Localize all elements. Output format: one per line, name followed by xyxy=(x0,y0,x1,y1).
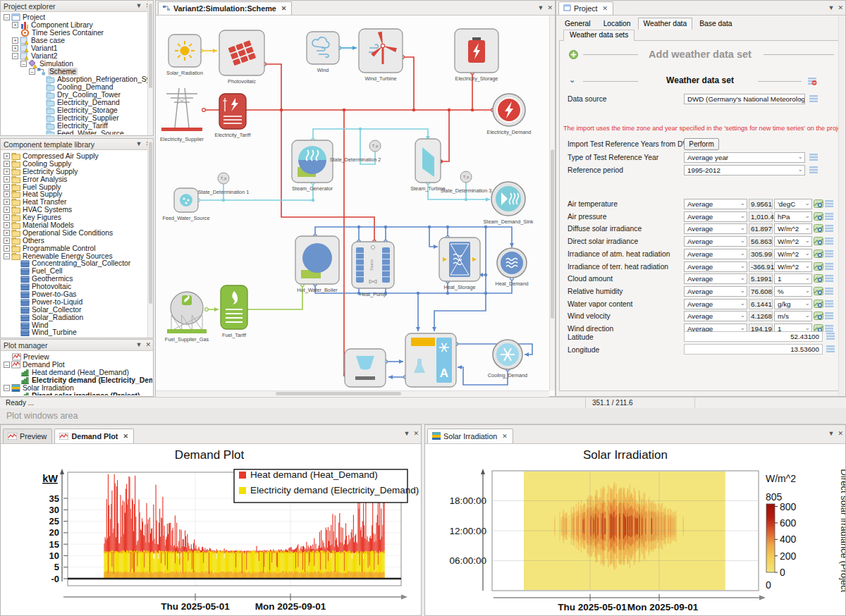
cloud-amount-weather-icon[interactable] xyxy=(814,274,823,283)
scheme-node-solar_radiation[interactable]: Solar_Radiation xyxy=(166,35,203,76)
diffuse-solar-irradiance-weather-icon[interactable] xyxy=(814,224,823,233)
tree-item-error-analysis[interactable]: +Error Analysis xyxy=(1,175,147,183)
scheme-node-electricity_storage[interactable]: Electricity_Storage xyxy=(455,29,498,82)
air-pressure-mode-dropdown[interactable]: Average⌄ xyxy=(684,211,747,222)
diffuse-solar-irradiance-unit-dropdown[interactable]: W/m^2⌄ xyxy=(774,223,812,234)
perform-button[interactable]: Perform xyxy=(684,138,719,150)
air-pressure-unit-dropdown[interactable]: hPa⌄ xyxy=(774,211,812,222)
close-icon[interactable]: ✕ xyxy=(838,430,843,437)
scheme-node-sd2[interactable]: T, pState_Determination 2 xyxy=(330,140,381,163)
tree-expander[interactable]: + xyxy=(4,153,10,159)
irradiance-of-terr-heat-radiation-weather-icon[interactable] xyxy=(814,262,823,271)
tree-item-key-figures[interactable]: +Key Figures xyxy=(1,214,147,221)
tree-expander[interactable]: + xyxy=(4,245,10,252)
tree-item-electricity-storage[interactable]: Electricity_Storage xyxy=(1,106,147,114)
tree-item-steam-supply[interactable]: +Steam Supply xyxy=(1,336,147,337)
water-vapor-content-list-icon[interactable] xyxy=(824,300,834,308)
diffuse-solar-irradiance-mode-dropdown[interactable]: Average⌄ xyxy=(684,223,747,234)
library-scrollbar[interactable] xyxy=(147,139,153,338)
cloud-amount-list-icon[interactable] xyxy=(824,274,834,283)
close-icon[interactable]: ✕ xyxy=(547,4,553,11)
tree-expander[interactable]: – xyxy=(20,61,27,67)
pin-icon[interactable]: ▼ xyxy=(538,4,544,11)
wind-velocity-list-icon[interactable] xyxy=(824,312,834,320)
air-temperature-weather-icon[interactable] xyxy=(814,199,823,208)
tree-item-cooling-demand[interactable]: Cooling_Demand xyxy=(1,83,147,91)
tree-expander[interactable]: – xyxy=(29,68,35,75)
water-vapor-content-mode-dropdown[interactable]: Average⌄ xyxy=(684,299,747,309)
latitude-field[interactable]: 52.43100 xyxy=(684,331,823,342)
panel-right-scrollbar[interactable] xyxy=(838,16,845,395)
longitude-field[interactable]: 13.53600 xyxy=(684,344,823,355)
scheme-node-cooling_demand[interactable]: Cooling_Demand xyxy=(488,340,527,378)
tree-item-feed-water-source[interactable]: Feed_Water_Source xyxy=(1,130,147,135)
tree-item-electricity-tariff[interactable]: Electricity_Tariff xyxy=(1,122,147,130)
tree-item-programmable-control[interactable]: +Programmable Control xyxy=(1,245,147,252)
tree-item-electricity-demand-electricity-demand-[interactable]: Electricity demand (Electricity_Demand) xyxy=(1,376,152,384)
pin-icon[interactable]: ▼ xyxy=(828,430,835,437)
tree-item-scheme[interactable]: –Scheme xyxy=(1,68,147,75)
relative-humidity-list-icon[interactable] xyxy=(824,287,834,295)
air-temperature-mode-dropdown[interactable]: Average⌄ xyxy=(684,199,747,209)
tree-expander[interactable]: + xyxy=(4,230,10,236)
close-icon[interactable]: ✕ xyxy=(838,4,843,11)
longitude-list-icon[interactable] xyxy=(826,345,835,353)
tree-item-heat-transfer[interactable]: +Heat Transfer xyxy=(1,198,147,206)
irradiance-of-terr-heat-radiation-mode-dropdown[interactable]: Average⌄ xyxy=(684,261,747,272)
tree-expander[interactable]: – xyxy=(4,14,10,20)
scheme-node-sd1[interactable]: T, pState_Determination 1 xyxy=(198,173,250,195)
close-tab-icon[interactable]: ✕ xyxy=(603,5,608,12)
air-pressure-list-icon[interactable] xyxy=(824,212,834,221)
try-type-list-icon[interactable] xyxy=(809,153,819,161)
tab-demand-plot[interactable]: Demand Plot✕ xyxy=(54,429,134,443)
tree-expander[interactable]: + xyxy=(4,199,10,205)
close-tab-icon[interactable]: ✕ xyxy=(123,433,128,440)
tree-item-heat-supply[interactable]: +Heat Supply xyxy=(1,190,147,198)
tab-project[interactable]: Project✕ xyxy=(558,1,613,15)
data-source-list-icon[interactable] xyxy=(809,94,819,103)
tree-expander[interactable]: + xyxy=(4,176,10,183)
direct-solar-irradiance-mode-dropdown[interactable]: Average⌄ xyxy=(684,236,747,247)
irradiance-of-terr-heat-radiation-list-icon[interactable] xyxy=(824,262,834,271)
wind-velocity-mode-dropdown[interactable]: Average⌄ xyxy=(684,311,747,321)
reference-period-dropdown[interactable]: 1995-2012⌄ xyxy=(684,165,805,175)
scheme-canvas[interactable]: Solar_RadiationPhotovoltaicWindWind_Turb… xyxy=(156,16,549,397)
try-type-dropdown[interactable]: Average year⌄ xyxy=(684,152,805,163)
irradiance-of-atm-heat-radiation-mode-dropdown[interactable]: Average⌄ xyxy=(684,249,747,259)
relative-humidity-weather-icon[interactable] xyxy=(814,287,823,295)
tab-scheme[interactable]: Variant2:Simulation:Scheme✕ xyxy=(158,1,292,15)
data-source-dropdown[interactable]: DWD (Germany's National Meteorological S… xyxy=(684,94,805,104)
tree-expander[interactable]: + xyxy=(4,214,10,221)
tree-expander[interactable]: – xyxy=(4,385,10,391)
scheme-node-electricity_tariff[interactable]: Electricity_Tariff xyxy=(215,94,252,138)
wind-velocity-unit-dropdown[interactable]: m/s⌄ xyxy=(774,311,812,321)
irradiance-of-atm-heat-radiation-list-icon[interactable] xyxy=(824,250,834,258)
close-icon[interactable]: ✕ xyxy=(145,341,151,348)
tab-preview[interactable]: Preview xyxy=(3,429,52,443)
scheme-node-wind_turbine[interactable]: Wind_Turbine xyxy=(359,29,403,82)
tree-expander[interactable]: + xyxy=(4,207,10,213)
tab-solar-irradiation[interactable]: Solar Irradiation✕ xyxy=(427,429,513,443)
subtab-weather-data-sets[interactable]: Weather data sets xyxy=(563,30,634,41)
tree-expander[interactable]: + xyxy=(4,222,10,228)
pin-icon[interactable]: ▼ xyxy=(404,430,410,437)
tree-expander[interactable]: + xyxy=(4,161,10,167)
tree-expander[interactable]: + xyxy=(4,184,10,190)
tree-item-absorption-refrigeration-system[interactable]: Absorption_Refrigeration_System xyxy=(1,75,147,83)
water-vapor-content-weather-icon[interactable] xyxy=(814,300,823,308)
scheme-node-dry_cooling_tower[interactable]: Dry_Cooling_Tower xyxy=(343,349,388,396)
tree-item-simulation[interactable]: –Simulation xyxy=(1,60,147,68)
tree-expander[interactable]: – xyxy=(4,253,10,259)
tree-item-operational-side-conditions[interactable]: +Operational Side Conditions xyxy=(1,229,147,237)
remove-set-icon[interactable] xyxy=(807,77,817,85)
air-temperature-unit-dropdown[interactable]: 'degC⌄ xyxy=(774,199,812,209)
tab-base-data[interactable]: Base data xyxy=(694,18,737,30)
scheme-node-electricity_demand[interactable]: Electricity_Demand xyxy=(487,94,532,135)
tree-item-material-models[interactable]: +Material Models xyxy=(1,221,147,229)
pin-icon[interactable]: ▼ xyxy=(136,341,142,348)
tree-expander[interactable]: + xyxy=(4,238,10,244)
close-tab-icon[interactable]: ✕ xyxy=(502,433,508,440)
tree-item-wind-turbine[interactable]: Wind_Turbine xyxy=(1,328,147,336)
latitude-list-icon[interactable] xyxy=(826,332,835,340)
tree-item-others[interactable]: +Others xyxy=(1,237,147,245)
